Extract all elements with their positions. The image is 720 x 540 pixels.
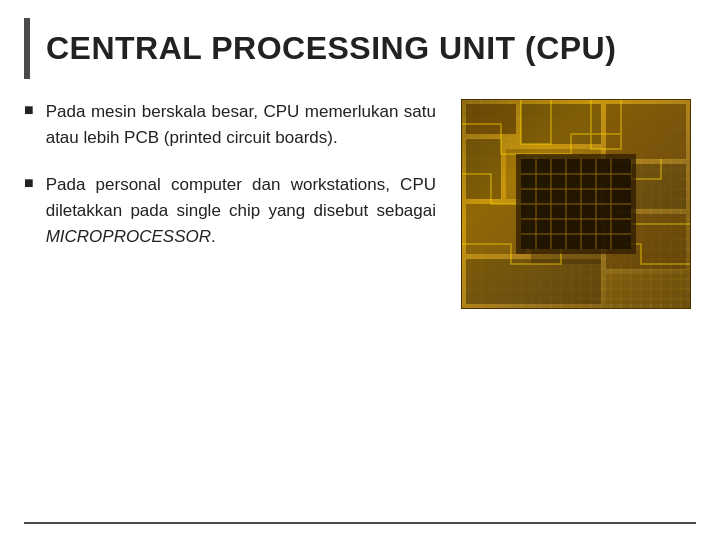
image-column bbox=[456, 99, 696, 502]
svg-rect-45 bbox=[606, 104, 686, 159]
footer-line bbox=[24, 522, 696, 524]
bullet-text-1: Pada mesin berskala besar, CPU memerluka… bbox=[46, 99, 436, 152]
list-item: ■ Pada personal computer dan workstation… bbox=[24, 172, 436, 251]
slide: CENTRAL PROCESSING UNIT (CPU) ■ Pada mes… bbox=[0, 0, 720, 540]
bullet-marker-2: ■ bbox=[24, 174, 34, 192]
svg-rect-53 bbox=[606, 274, 686, 304]
svg-rect-46 bbox=[466, 139, 501, 199]
content-area: ■ Pada mesin berskala besar, CPU memerlu… bbox=[0, 89, 720, 512]
svg-rect-43 bbox=[466, 104, 516, 134]
slide-header: CENTRAL PROCESSING UNIT (CPU) bbox=[24, 18, 696, 79]
cpu-chip-image bbox=[461, 99, 691, 309]
svg-rect-52 bbox=[466, 259, 601, 304]
page-title: CENTRAL PROCESSING UNIT (CPU) bbox=[46, 30, 616, 66]
bullet-text-2: Pada personal computer dan workstations,… bbox=[46, 172, 436, 251]
list-item: ■ Pada mesin berskala besar, CPU memerlu… bbox=[24, 99, 436, 152]
text-column: ■ Pada mesin berskala besar, CPU memerlu… bbox=[24, 99, 436, 502]
svg-rect-44 bbox=[521, 104, 601, 144]
bullet-marker-1: ■ bbox=[24, 101, 34, 119]
